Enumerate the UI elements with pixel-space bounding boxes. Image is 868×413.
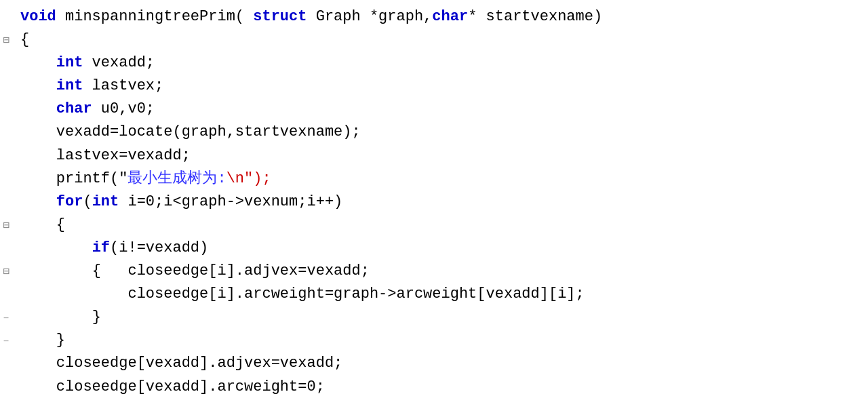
seg-line-9-0: for	[56, 193, 83, 210]
line-content-line-9: for(int i=0;i<graph->vexnum;i++)	[12, 191, 342, 214]
line-12: ⊟ { closeedge[i].adjvex=vexadd;	[0, 260, 868, 283]
seg-line-1-5: * startvexname)	[468, 8, 602, 25]
line-11: if(i!=vexadd)	[0, 237, 868, 260]
gutter-line-2: ⊟	[0, 33, 12, 50]
line-content-line-8: printf("最小生成树为:\n");	[12, 168, 271, 191]
line-17: closeedge[vexadd].arcweight=0;	[0, 376, 868, 399]
seg-line-1-4: char	[432, 8, 468, 25]
seg-line-15-0: }	[56, 332, 65, 349]
line-content-line-15: }	[12, 329, 65, 352]
seg-line-2-0: {	[20, 31, 29, 48]
seg-line-1-1: minspanningtreePrim(	[56, 8, 253, 25]
line-content-line-3: int vexadd;	[12, 52, 155, 75]
line-6: vexadd=locate(graph,startvexname);	[0, 121, 868, 144]
line-15: – }	[0, 329, 868, 352]
gutter-line-12: ⊟	[0, 264, 12, 281]
seg-line-17-0: closeedge[vexadd].arcweight=0;	[56, 378, 325, 395]
line-content-line-17: closeedge[vexadd].arcweight=0;	[12, 376, 325, 399]
line-8: printf("最小生成树为:\n");	[0, 168, 868, 191]
line-content-line-6: vexadd=locate(graph,startvexname);	[12, 121, 361, 144]
seg-line-8-2: \n");	[226, 170, 271, 187]
seg-line-9-3: i=0;i<graph->vexnum;i++)	[119, 193, 342, 210]
line-content-line-10: {	[12, 214, 65, 237]
line-4: int lastvex;	[0, 75, 868, 98]
seg-line-4-0: int	[56, 77, 83, 94]
seg-line-7-0: lastvex=vexadd;	[56, 147, 191, 164]
seg-line-4-1: lastvex;	[83, 77, 163, 94]
line-content-line-2: {	[12, 28, 29, 52]
seg-line-1-0: void	[20, 8, 56, 25]
seg-line-8-0: printf("	[56, 170, 128, 187]
line-7: lastvex=vexadd;	[0, 144, 868, 168]
seg-line-16-0: closeedge[vexadd].adjvex=vexadd;	[56, 355, 342, 372]
line-1: void minspanningtreePrim( struct Graph *…	[0, 5, 868, 28]
seg-line-6-0: vexadd=locate(graph,startvexname);	[56, 123, 361, 140]
seg-line-11-1: (i!=vexadd)	[110, 239, 208, 256]
line-content-line-4: int lastvex;	[12, 75, 163, 98]
line-content-line-5: char u0,v0;	[12, 98, 155, 121]
seg-line-9-2: int	[92, 193, 119, 210]
line-content-line-11: if(i!=vexadd)	[12, 237, 208, 260]
seg-line-5-1: u0,v0;	[92, 100, 155, 117]
seg-line-3-1: vexadd;	[83, 54, 155, 71]
line-content-line-16: closeedge[vexadd].adjvex=vexadd;	[12, 352, 342, 375]
seg-line-13-0: closeedge[i].arcweight=graph->arcweight[…	[127, 286, 584, 302]
seg-line-9-1: (	[83, 193, 92, 210]
gutter-line-10: ⊟	[0, 218, 12, 235]
line-content-line-13: closeedge[i].arcweight=graph->arcweight[…	[12, 283, 585, 306]
line-5: char u0,v0;	[0, 98, 868, 121]
line-16: closeedge[vexadd].adjvex=vexadd;	[0, 352, 868, 375]
seg-line-8-1: 最小生成树为:	[127, 170, 226, 187]
seg-line-1-2: struct	[253, 8, 307, 25]
line-3: int vexadd;	[0, 52, 868, 75]
line-10: ⊟ {	[0, 214, 868, 237]
code-block: void minspanningtreePrim( struct Graph *…	[0, 5, 868, 399]
line-content-line-12: { closeedge[i].adjvex=vexadd;	[12, 260, 370, 283]
seg-line-11-0: if	[92, 239, 110, 256]
code-container: void minspanningtreePrim( struct Graph *…	[0, 0, 868, 413]
gutter-line-15: –	[0, 333, 12, 350]
gutter-line-14: –	[0, 310, 12, 327]
line-content-line-7: lastvex=vexadd;	[12, 144, 191, 168]
line-content-line-14: }	[12, 306, 101, 329]
line-content-line-1: void minspanningtreePrim( struct Graph *…	[12, 5, 602, 28]
seg-line-5-0: char	[56, 100, 92, 117]
seg-line-12-0: { closeedge[i].adjvex=vexadd;	[92, 262, 370, 279]
seg-line-10-0: {	[56, 216, 65, 233]
seg-line-3-0: int	[56, 54, 83, 71]
seg-line-14-0: }	[92, 309, 101, 326]
seg-line-1-3: Graph *graph,	[307, 8, 432, 25]
line-14: – }	[0, 306, 868, 329]
line-13: closeedge[i].arcweight=graph->arcweight[…	[0, 283, 868, 306]
line-2: ⊟{	[0, 28, 868, 52]
line-9: for(int i=0;i<graph->vexnum;i++)	[0, 191, 868, 214]
